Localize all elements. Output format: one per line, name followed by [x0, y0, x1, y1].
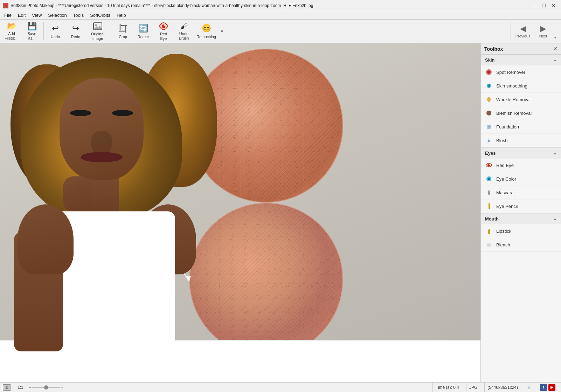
- status-dimensions-label: (5446x3631x24): [487, 385, 518, 390]
- svg-point-10: [164, 25, 165, 26]
- tool-lipstick[interactable]: Lipstick: [481, 224, 561, 238]
- retouching-button[interactable]: 😊 Retouching: [194, 21, 219, 42]
- menu-selection[interactable]: Selection: [45, 12, 69, 19]
- save-as-button[interactable]: 💾 Saveas...: [22, 21, 42, 42]
- eye-pencil-icon: [485, 202, 493, 210]
- skin-section-header[interactable]: Skin ▲: [481, 55, 561, 65]
- zoom-in-icon[interactable]: +: [61, 385, 63, 390]
- add-file-button[interactable]: 📂 AddFile(s)...: [1, 21, 22, 42]
- minimize-button[interactable]: —: [529, 1, 539, 10]
- undo-brush-label: UndoBrush: [179, 31, 189, 41]
- tool-red-eye[interactable]: Red Eye: [481, 159, 561, 172]
- next-button[interactable]: ▶ Next: [533, 21, 553, 41]
- status-right: Time (s): 0.4 JPG (5446x3631x24) ℹ f ▶: [432, 383, 558, 392]
- crop-button[interactable]: Crop: [113, 21, 133, 42]
- blemish-removal-icon: [485, 109, 493, 117]
- eye-pencil-label: Eye Pencil: [496, 204, 518, 209]
- svg-rect-27: [489, 203, 490, 208]
- social-buttons: f ▶: [540, 384, 555, 391]
- zoom-out-icon[interactable]: −: [29, 385, 32, 390]
- left-eye: [70, 110, 91, 116]
- skin-smoothing-icon: [485, 82, 493, 90]
- svg-rect-29: [488, 231, 490, 234]
- foundation-icon: [485, 123, 493, 131]
- menu-help[interactable]: Help: [114, 12, 129, 19]
- svg-point-9: [162, 24, 165, 28]
- retouching-icon: 😊: [201, 23, 212, 34]
- tool-wrinkle-removal[interactable]: Wrinkle Removal: [481, 93, 561, 106]
- undo-button[interactable]: ↩ Undo: [45, 21, 65, 42]
- rotate-button[interactable]: 🔄 Rotate: [133, 21, 153, 42]
- skin-section-arrow: ▲: [553, 58, 557, 62]
- original-image-button[interactable]: OriginalImage: [86, 21, 110, 42]
- status-social: f ▶: [537, 383, 558, 392]
- bleach-icon: [485, 241, 493, 248]
- zoom-controls: − +: [29, 385, 63, 390]
- maximize-button[interactable]: ☐: [539, 1, 548, 10]
- svg-marker-2: [94, 26, 102, 29]
- redo-icon: ↪: [70, 23, 81, 34]
- tool-blemish-removal[interactable]: Blemish Removal: [481, 106, 561, 120]
- status-format: JPG: [466, 383, 480, 392]
- svg-rect-21: [488, 126, 490, 127]
- mouth-section-title: Mouth: [485, 216, 499, 222]
- zoom-slider[interactable]: [32, 387, 60, 388]
- main-area: Toolbox ✕ Skin ▲ Spot Remover Skin smoot…: [0, 43, 561, 382]
- tool-bleach[interactable]: Bleach: [481, 238, 561, 252]
- status-info[interactable]: ℹ: [525, 383, 533, 392]
- status-dimensions: (5446x3631x24): [484, 383, 521, 392]
- tool-eye-pencil[interactable]: Eye Pencil: [481, 200, 561, 213]
- facebook-button[interactable]: f: [540, 384, 547, 391]
- red-eye-toolbar-icon: [158, 21, 169, 31]
- mascara-icon: [485, 189, 493, 196]
- blemish-removal-label: Blemish Removal: [496, 111, 532, 116]
- youtube-button[interactable]: ▶: [548, 384, 555, 391]
- menu-edit[interactable]: Edit: [15, 12, 28, 19]
- menu-softorbits[interactable]: SoftOrbits: [87, 12, 113, 19]
- eyes-section-header[interactable]: Eyes ▲: [481, 148, 561, 159]
- lipstick-icon: [485, 227, 493, 235]
- toolbar-separator-2: [111, 22, 111, 40]
- redo-label: Redo: [71, 35, 80, 39]
- face: [60, 78, 144, 180]
- close-button[interactable]: ✕: [549, 1, 558, 10]
- tool-spot-remover[interactable]: Spot Remover: [481, 65, 561, 79]
- nav-expand-icon: ▼: [554, 36, 557, 41]
- spot-remover-label: Spot Remover: [496, 70, 525, 75]
- redo-button[interactable]: ↪ Redo: [65, 21, 86, 42]
- canvas-area[interactable]: [0, 43, 480, 382]
- undo-icon: ↩: [50, 23, 61, 34]
- svg-marker-30: [488, 229, 490, 231]
- red-eye-icon: [485, 161, 493, 169]
- menu-file[interactable]: File: [1, 12, 14, 19]
- tool-mascara[interactable]: Mascara: [481, 186, 561, 200]
- tool-skin-smoothing[interactable]: Skin smoothing: [481, 79, 561, 93]
- svg-point-18: [487, 97, 491, 102]
- tool-foundation[interactable]: Foundation: [481, 120, 561, 134]
- tool-blush[interactable]: Blush: [481, 134, 561, 147]
- wrinkle-removal-label: Wrinkle Removal: [496, 97, 531, 102]
- red-eye-toolbar-button[interactable]: RedEye: [153, 21, 174, 42]
- blush-icon: [485, 136, 493, 144]
- add-file-label: AddFile(s)...: [5, 31, 19, 41]
- menu-view[interactable]: View: [29, 12, 44, 19]
- toolbar: 📂 AddFile(s)... 💾 Saveas... ↩ Undo ↪ Red…: [0, 20, 561, 43]
- mouth-section-header[interactable]: Mouth ▲: [481, 214, 561, 224]
- toolbox-close-button[interactable]: ✕: [553, 46, 557, 52]
- original-image-label: OriginalImage: [91, 32, 104, 41]
- title-bar-left: 💄 SoftSkin Photo Makeup - ****Unregister…: [3, 3, 313, 8]
- status-info-icon: ℹ: [528, 385, 530, 390]
- previous-button[interactable]: ◀ Previous: [513, 21, 533, 41]
- wrinkle-removal-icon: [485, 96, 493, 103]
- red-eye-label: Red Eye: [496, 163, 514, 168]
- toolbox-section-skin: Skin ▲ Spot Remover Skin smoothing Wrin: [481, 55, 561, 148]
- status-image-icon: 🖼: [3, 384, 11, 391]
- status-time-label: Time (s): 0.4: [436, 385, 459, 390]
- menu-tools[interactable]: Tools: [70, 12, 86, 19]
- more-tools-button[interactable]: ▼: [219, 21, 226, 42]
- lips: [81, 152, 123, 162]
- save-as-label: Saveas...: [27, 31, 36, 41]
- skin-smoothing-label: Skin smoothing: [496, 83, 527, 89]
- tool-eye-color[interactable]: Eye Color: [481, 172, 561, 186]
- undo-brush-button[interactable]: 🖌 UndoBrush: [174, 21, 194, 42]
